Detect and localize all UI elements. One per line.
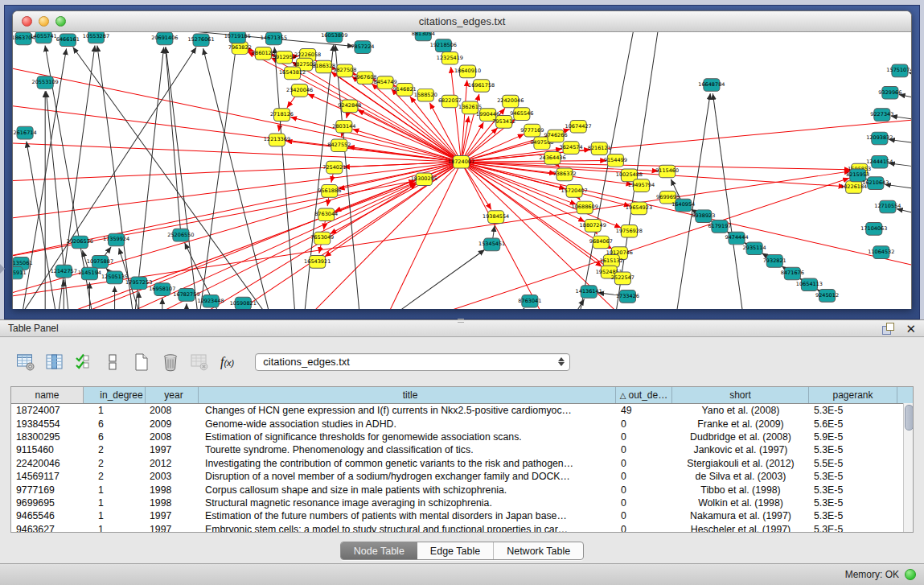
graph-node[interactable]: 17104063 (860, 223, 887, 236)
table-row[interactable]: 1938455462009Genome-wide association stu… (11, 417, 913, 430)
graph-node[interactable]: 9329966 (878, 86, 901, 99)
graph-node[interactable]: 7857224 (351, 41, 374, 54)
graph-node[interactable]: 14136141 (576, 286, 602, 299)
graph-node[interactable]: 1733426 (616, 290, 639, 303)
graph-node[interactable]: 15345451 (478, 238, 505, 251)
graph-node[interactable]: 9245012 (815, 290, 839, 303)
graph-node[interactable]: 2935114 (743, 242, 766, 255)
graph-node[interactable]: 16053809 (321, 32, 347, 43)
table-row[interactable]: 946362711997Embryonic stem cells: a mode… (11, 523, 913, 533)
table-panel-header[interactable]: Table Panel ✕ (0, 319, 924, 337)
graph-node[interactable]: 6179197 (708, 220, 731, 233)
table-scrollbar[interactable] (903, 403, 913, 532)
graph-node[interactable]: 20691406 (151, 32, 178, 45)
graph-node[interactable]: 24364436 (539, 152, 565, 165)
graph-node[interactable]: 8860128 (252, 47, 275, 60)
function-builder-button[interactable]: f(x) (220, 355, 234, 369)
table-row[interactable]: 1456911722003Disruption of a novel membe… (11, 470, 913, 483)
graph-node[interactable]: 10590821 (230, 297, 257, 309)
graph-node[interactable]: 8186328 (312, 60, 335, 73)
minimize-button[interactable] (39, 16, 49, 27)
graph-node[interactable]: 9227343 (870, 109, 893, 122)
graph-node[interactable]: 9474444 (725, 232, 748, 245)
graph-node[interactable]: 20206536 (67, 236, 93, 249)
graph-node[interactable]: 12325419 (437, 51, 463, 64)
graph-node[interactable]: 8427552 (327, 139, 351, 152)
table-row[interactable]: 946554611997Estimation of the future num… (11, 509, 913, 522)
graph-node[interactable]: 8938923 (692, 210, 715, 223)
graph-node[interactable]: 9777169 (520, 124, 544, 137)
graph-node[interactable]: 8763044 (314, 208, 338, 221)
graph-node[interactable]: 7386372 (553, 168, 577, 181)
graph-node[interactable]: 12213369 (264, 134, 290, 146)
graph-node[interactable]: 22420046 (497, 95, 524, 108)
column-settings-icon[interactable] (45, 352, 64, 372)
graph-node[interactable]: 10719185 (224, 32, 251, 43)
graph-node[interactable]: 25206550 (167, 229, 194, 241)
network-selector-dropdown[interactable]: citations_edges.txt (255, 353, 570, 371)
table-settings-icon[interactable] (16, 352, 35, 372)
graph-node[interactable]: 2803144 (332, 120, 355, 133)
graph-node[interactable]: 15720407 (561, 185, 588, 198)
graph-node[interactable]: 7254021 (322, 161, 346, 174)
graph-node[interactable]: 2718126 (270, 109, 294, 122)
graph-node[interactable]: 8216121 (588, 142, 611, 155)
graph-node[interactable]: 12142757 (51, 265, 77, 278)
graph-node[interactable]: 8471676 (781, 267, 804, 280)
column-header-out_de[interactable]: △out_de… (616, 387, 672, 403)
graph-node[interactable]: 12093832 (866, 132, 893, 145)
graph-node[interactable]: 14671355 (261, 32, 287, 45)
graph-node[interactable]: 16961758 (468, 80, 495, 93)
splitter-grip[interactable] (458, 319, 464, 323)
graph-node[interactable]: 20553109 (32, 76, 59, 89)
graph-node[interactable]: 9115460 (655, 165, 679, 178)
graph-node[interactable]: 19218506 (430, 39, 457, 52)
row-height-icon[interactable] (103, 352, 122, 372)
graph-node[interactable]: 1588520 (414, 89, 437, 101)
graph-node[interactable]: 12710554 (874, 200, 901, 213)
graph-node[interactable]: 16543921 (304, 256, 331, 269)
new-column-icon[interactable] (132, 352, 151, 372)
close-button[interactable] (22, 16, 32, 27)
graph-node[interactable]: 9242848 (338, 100, 361, 113)
graph-node[interactable]: 18640910 (454, 65, 481, 78)
graph-node[interactable]: 9746266 (544, 130, 567, 142)
graph-node[interactable]: 19756928 (616, 225, 643, 237)
graph-node[interactable]: 9465546 (510, 108, 533, 121)
table-row[interactable]: 1830029562008Estimation of significance … (11, 431, 913, 443)
network-canvas[interactable]: 1872400718300295193845547963822886012889… (13, 32, 911, 309)
collapsed-panel-handle[interactable] (0, 264, 5, 274)
graph-node[interactable]: 15751074 (886, 64, 911, 77)
tab-network-table[interactable]: Network Table (493, 542, 583, 559)
table-row[interactable]: 1872400712008Changes of HCN gene express… (11, 404, 913, 417)
zoom-button[interactable] (55, 16, 66, 27)
graph-node[interactable]: 6466161 (56, 34, 80, 47)
graph-node[interactable]: 10975887 (87, 256, 113, 269)
graph-node[interactable]: 3624574 (560, 142, 583, 154)
graph-node[interactable]: 10674427 (565, 120, 592, 133)
graph-node[interactable]: 1145194 (78, 267, 101, 280)
graph-node[interactable]: 9154499 (604, 154, 627, 167)
column-header-year[interactable]: year (146, 387, 199, 403)
float-panel-icon[interactable] (882, 323, 894, 335)
graph-node[interactable]: 2522547 (611, 272, 634, 285)
graph-node[interactable]: 19384554 (483, 211, 509, 224)
table-row[interactable]: 911546021997Tourette syndrome. Phenomeno… (11, 443, 913, 456)
graph-node[interactable]: 14055741 (31, 32, 57, 43)
graph-node[interactable]: 8813054 (412, 32, 435, 41)
graph-node[interactable]: 10654113 (796, 278, 823, 291)
table-row[interactable]: 2242004622012Investigating the contribut… (11, 457, 913, 470)
graph-node[interactable]: 10553287 (83, 32, 109, 43)
graph-node[interactable]: 8763041 (518, 295, 541, 307)
graph-node[interactable]: 1640954 (671, 199, 695, 212)
column-header-name[interactable]: name (11, 387, 84, 403)
graph-node[interactable]: 9146821 (393, 84, 417, 97)
graph-node[interactable]: 16648784 (698, 79, 725, 92)
delete-table-icon[interactable] (190, 352, 209, 372)
table-row[interactable]: 977716911998Corpus callosum shape and si… (11, 483, 913, 496)
graph-node[interactable]: 11064532 (868, 246, 894, 259)
graph-node[interactable]: 9561886 (318, 185, 341, 198)
graph-node[interactable]: 9684067 (589, 236, 613, 249)
table-row[interactable]: 969969511998Structural magnetic resonanc… (11, 496, 913, 509)
graph-node[interactable]: 2616714 (14, 126, 37, 139)
